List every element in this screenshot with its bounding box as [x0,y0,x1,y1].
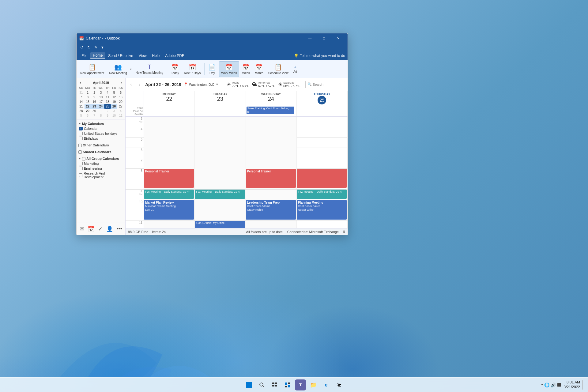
event-personal-trainer-mon[interactable]: Personal Trainer [144,169,194,188]
mini-cal-date[interactable]: 24 [98,104,104,109]
undo-icon[interactable]: ↺ [79,44,85,50]
day-cell-wed-5am[interactable] [246,138,297,148]
network-icon[interactable]: 🌐 [544,383,549,387]
mini-cal-date[interactable]: 10 [111,113,118,118]
mini-cal-date[interactable]: 13 [117,95,124,100]
mini-cal-date[interactable]: 23 [91,104,98,109]
day-cell-mon-9am[interactable]: FW: Meeting -- Daily Standup; Co ☆ [144,190,195,200]
my-calendars-header[interactable]: ▼ My Calendars [78,121,124,126]
status-view-icon[interactable]: ⊞ [342,230,345,234]
chevron-up-icon[interactable]: ^ [541,383,543,387]
day-cell-mon-10am[interactable]: Market Plan Review Microsoft Teams Meeti… [144,200,195,221]
close-button[interactable]: ✕ [331,33,345,43]
schedule-view-button[interactable]: 📋 Schedule View [266,61,290,77]
day-cell-thu-4am[interactable] [297,127,348,138]
menu-home[interactable]: Home [90,52,105,59]
work-week-button[interactable]: 📅 Work Week [219,61,239,77]
event-planning-meeting[interactable]: Planning Meeting Conf Room Baker Nestor … [297,200,347,220]
day-cell-tue-4am[interactable] [195,127,246,138]
calendar-nav-icon[interactable]: 📅 [87,225,95,233]
mini-cal-date[interactable]: 8 [98,113,104,118]
mini-cal-date[interactable]: 26 [111,104,118,109]
quick-dropdown-icon[interactable]: ▾ [100,44,105,50]
show-desktop-icon[interactable] [582,380,584,390]
add-button[interactable]: + Ad [292,61,299,77]
next7-button[interactable]: 📅 Next 7 Days [182,61,202,77]
teams-taskbar-icon[interactable]: T [295,379,306,390]
mini-cal-date[interactable]: 4 [104,90,111,95]
mini-cal-date[interactable]: 1 [98,109,104,113]
calendar-checkbox-birthdays[interactable] [79,137,83,140]
mini-cal-date[interactable]: 9 [91,95,98,100]
file-explorer-icon[interactable]: 📁 [308,379,319,390]
day-cell-tue-8am[interactable] [195,169,246,189]
mini-cal-date[interactable]: 3 [111,109,118,113]
day-cell-thu-5am[interactable] [297,138,348,148]
day-cell-wed-8am[interactable]: Personal Trainer [246,169,297,189]
menu-file[interactable]: File [79,53,90,59]
day-cell-thu-3am[interactable] [297,117,348,127]
menu-help[interactable]: Help [150,53,162,59]
event-fw-meeting-mon[interactable]: FW: Meeting -- Daily Standup; Co ☆ [144,190,194,199]
new-teams-meeting-button[interactable]: T New Teams Meeting [134,61,165,77]
calendar-checkbox-r-and-d[interactable] [79,173,82,177]
mini-cal-date[interactable]: 16 [91,100,98,104]
calendar-checkbox-us-holidays[interactable] [79,132,83,135]
day-cell-tue-7am[interactable] [195,158,246,169]
event-fw-meeting-thu[interactable]: FW: Meeting -- Daily Standup; Co ☆ [297,190,347,199]
mini-cal-date[interactable]: 30 [91,109,98,113]
mini-cal-date[interactable]: 20 [117,100,124,104]
speaker-icon[interactable]: 🔊 [551,383,556,387]
cal-prev-btn[interactable]: ‹ [128,81,134,88]
mini-cal-date[interactable]: 19 [111,100,118,104]
event-personal-trainer-thu[interactable] [297,169,347,188]
event-sales-training[interactable]: Sales Training; Conf Room Baker; K... [247,107,295,114]
calendar-item-r-and-d[interactable]: Research And Development [78,171,124,179]
mini-cal-date[interactable]: 15 [85,100,91,104]
day-cell-mon-3am[interactable] [144,117,195,127]
menu-view[interactable]: View [136,53,149,59]
mini-cal-next[interactable]: › [120,80,123,85]
calendar-checkbox-engineering[interactable] [79,167,83,170]
task-view-button[interactable] [269,379,280,390]
all-group-checkbox[interactable] [82,157,85,160]
mini-cal-date[interactable]: 1 [85,90,91,95]
minimize-button[interactable]: — [303,33,317,43]
day-cell-mon-6am[interactable] [144,148,195,158]
shared-calendars-checkbox[interactable] [78,150,82,154]
mini-cal-date[interactable]: 5 [78,113,85,118]
mini-cal-date[interactable]: 5 [111,90,118,95]
event-market-plan[interactable]: Market Plan Review Microsoft Teams Meeti… [144,200,194,220]
day-cell-mon-7am[interactable] [144,158,195,169]
day-cell-mon-5am[interactable] [144,138,195,148]
edge-icon[interactable]: e [321,379,332,390]
new-meeting-dropdown-arrow[interactable]: ▾ [129,61,133,77]
location-dropdown-icon[interactable]: ▾ [216,82,218,86]
start-button[interactable] [243,379,254,390]
day-cell-thu-7am[interactable] [297,158,348,169]
day-cell-tue-6am[interactable] [195,148,246,158]
mini-cal-date[interactable]: 6 [85,113,91,118]
month-button[interactable]: 📅 Month [253,61,265,77]
mini-cal-date[interactable]: 21 [78,104,85,109]
mini-cal-date[interactable]: 29 [85,109,91,113]
event-1on1-adele[interactable]: 1 on 1 Adele; My Office [195,221,245,228]
event-fw-meeting-tue[interactable]: FW: Meeting -- Daily Standup; Co ☆ [195,190,245,199]
day-cell-thu-9am[interactable]: FW: Meeting -- Daily Standup; Co ☆ [297,190,348,200]
day-cell-wed-4am[interactable] [246,127,297,138]
search-box[interactable]: 🔍 [305,81,345,88]
day-cell-wed-7am[interactable] [246,158,297,169]
day-cell-mon-8am[interactable]: Personal Trainer [144,169,195,189]
calendar-item-us-holidays[interactable]: United States holidays [78,131,124,136]
mini-cal-date[interactable]: 18 [104,100,111,104]
menu-send-receive[interactable]: Send / Receive [106,53,135,59]
battery-icon[interactable]: ⬛ [557,383,561,387]
mini-cal-date[interactable]: 6 [117,90,124,95]
mini-cal-date[interactable]: 22 [85,104,91,109]
event-leadership-team-prep[interactable]: Leadership Team Prep Conf Room Adams Gra… [246,200,296,220]
mini-cal-date[interactable]: 28 [78,109,85,113]
day-cell-wed-9am[interactable] [246,190,297,200]
maximize-button[interactable]: □ [317,33,331,43]
calendar-item-marketing[interactable]: Marketing [78,161,124,166]
week-button[interactable]: 📅 Week [240,61,252,77]
